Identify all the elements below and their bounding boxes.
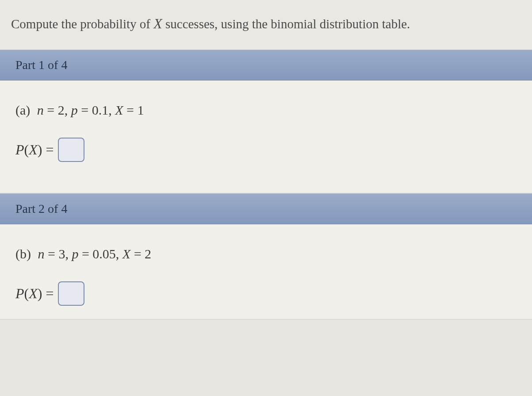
part-2-answer-input[interactable] bbox=[58, 281, 84, 306]
part-1-n-var: n bbox=[37, 103, 44, 117]
part-1-p-var: p bbox=[71, 103, 78, 117]
part-1-answer-paren-open: ( bbox=[24, 142, 29, 158]
part-1-n-eq: = 2, bbox=[44, 103, 71, 117]
part-1-label: (a) bbox=[15, 103, 30, 117]
part-1-header: Part 1 of 4 bbox=[0, 50, 532, 81]
part-1-content: (a) n = 2, p = 0.1, X = 1 P (X ) = bbox=[0, 81, 532, 193]
part-2-n-eq: = 3, bbox=[44, 246, 72, 261]
part-1-answer-line: P (X ) = bbox=[15, 138, 517, 162]
part-2-x-var: X bbox=[122, 246, 130, 261]
part-2-x-eq: = 2 bbox=[130, 246, 151, 261]
part-1-answer-paren-close: ) = bbox=[38, 142, 54, 158]
intro-suffix: successes, using the binomial distributi… bbox=[162, 17, 410, 31]
part-2-n-var: n bbox=[38, 246, 44, 261]
question-intro: Compute the probability of X successes, … bbox=[0, 0, 532, 50]
part-2-p-var: p bbox=[72, 246, 78, 261]
part-1-answer-p: P bbox=[15, 142, 24, 158]
part-2-answer-x: X bbox=[29, 285, 38, 302]
part-1-x-var: X bbox=[115, 103, 123, 117]
intro-prefix: Compute the probability of bbox=[11, 17, 153, 31]
part-2-answer-paren-close: ) = bbox=[38, 285, 54, 302]
part-2-answer-paren-open: ( bbox=[24, 285, 29, 302]
part-2-p-eq: = 0.05, bbox=[78, 246, 122, 261]
part-1-header-text: Part 1 of 4 bbox=[15, 58, 67, 72]
part-2-answer-p: P bbox=[15, 285, 24, 302]
part-1-x-eq: = 1 bbox=[123, 103, 144, 117]
part-1-p-eq: = 0.1, bbox=[78, 103, 115, 117]
part-2-header-text: Part 2 of 4 bbox=[15, 202, 67, 215]
part-1-question: (a) n = 2, p = 0.1, X = 1 bbox=[15, 103, 517, 118]
part-2-answer-line: P (X ) = bbox=[15, 281, 517, 306]
part-1-answer-x: X bbox=[29, 142, 38, 158]
part-1-answer-input[interactable] bbox=[58, 138, 84, 162]
intro-variable: X bbox=[153, 15, 162, 31]
part-2-header: Part 2 of 4 bbox=[0, 193, 532, 224]
part-2-label: (b) bbox=[15, 246, 31, 261]
part-2-content: (b) n = 3, p = 0.05, X = 2 P (X ) = bbox=[0, 224, 532, 319]
part-2-question: (b) n = 3, p = 0.05, X = 2 bbox=[15, 246, 517, 261]
